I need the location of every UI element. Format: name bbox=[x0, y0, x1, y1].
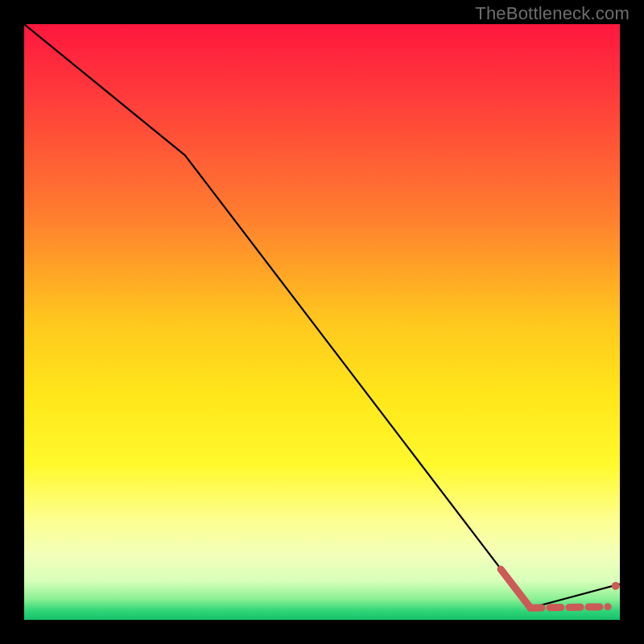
series-red-dashed bbox=[530, 607, 608, 608]
chart-frame: TheBottleneck.com bbox=[0, 0, 644, 644]
watermark-label: TheBottleneck.com bbox=[475, 3, 630, 24]
plot-background bbox=[24, 24, 620, 620]
series-red-end-dot bbox=[612, 582, 620, 590]
bottleneck-chart bbox=[24, 24, 620, 620]
